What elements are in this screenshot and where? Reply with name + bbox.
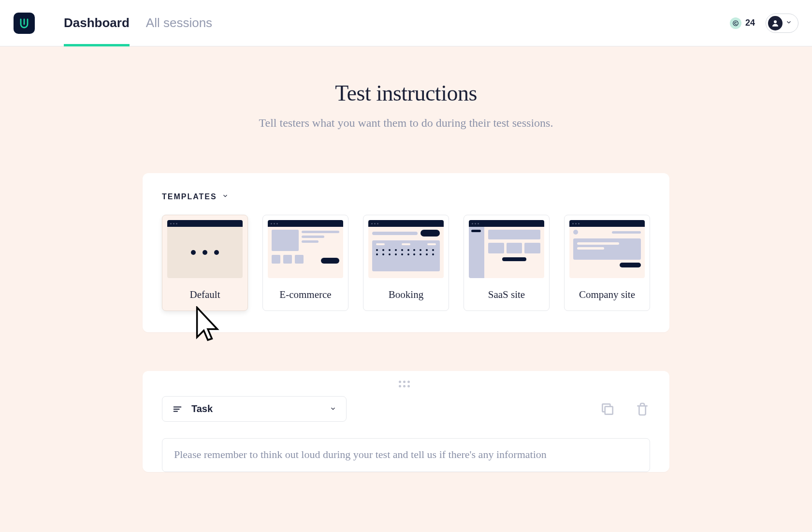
user-menu[interactable] bbox=[766, 14, 798, 33]
chevron-down-icon bbox=[785, 19, 792, 28]
nav-tabs: Dashboard All sessions bbox=[64, 0, 212, 46]
template-label: Default bbox=[167, 289, 243, 301]
task-type-select[interactable]: Task bbox=[162, 396, 347, 422]
header: Dashboard All sessions 24 bbox=[0, 0, 812, 46]
templates-toggle[interactable]: TEMPLATES bbox=[162, 192, 650, 201]
svg-point-0 bbox=[733, 20, 739, 26]
header-right: 24 bbox=[730, 14, 798, 33]
template-booking[interactable]: Booking bbox=[363, 215, 449, 311]
svg-rect-5 bbox=[605, 406, 613, 414]
page-title: Test instructions bbox=[0, 80, 812, 106]
template-label: Booking bbox=[368, 289, 444, 301]
tab-dashboard[interactable]: Dashboard bbox=[64, 0, 130, 46]
page-subtitle: Tell testers what you want them to do du… bbox=[0, 117, 812, 130]
templates-card: TEMPLATES Default bbox=[143, 173, 669, 332]
tab-all-sessions[interactable]: All sessions bbox=[146, 0, 212, 46]
task-textarea[interactable]: Please remember to think out loud during… bbox=[162, 438, 650, 472]
credits-count: 24 bbox=[745, 18, 755, 28]
ellipsis-icon bbox=[191, 250, 219, 255]
template-label: SaaS site bbox=[469, 289, 544, 301]
list-icon bbox=[172, 404, 183, 414]
template-ecommerce[interactable]: E-commerce bbox=[262, 215, 348, 311]
duplicate-button[interactable] bbox=[600, 401, 615, 417]
template-default[interactable]: Default bbox=[162, 215, 248, 311]
delete-button[interactable] bbox=[635, 401, 650, 417]
chevron-down-icon bbox=[330, 403, 336, 414]
drag-handle-icon[interactable] bbox=[399, 381, 413, 387]
svg-point-1 bbox=[774, 20, 777, 23]
template-label: E-commerce bbox=[268, 289, 343, 301]
template-saas[interactable]: SaaS site bbox=[464, 215, 550, 311]
templates-heading: TEMPLATES bbox=[162, 192, 217, 201]
task-card: Task bbox=[143, 371, 669, 472]
avatar bbox=[768, 16, 783, 30]
credits-icon bbox=[730, 17, 741, 29]
template-label: Company site bbox=[569, 289, 645, 301]
credits-badge[interactable]: 24 bbox=[730, 17, 755, 29]
logo[interactable] bbox=[14, 13, 35, 34]
task-type-label: Task bbox=[191, 403, 213, 414]
template-company[interactable]: Company site bbox=[564, 215, 650, 311]
chevron-down-icon bbox=[222, 192, 229, 201]
page-body: Test instructions Tell testers what you … bbox=[0, 46, 812, 532]
templates-row: Default bbox=[162, 215, 650, 311]
